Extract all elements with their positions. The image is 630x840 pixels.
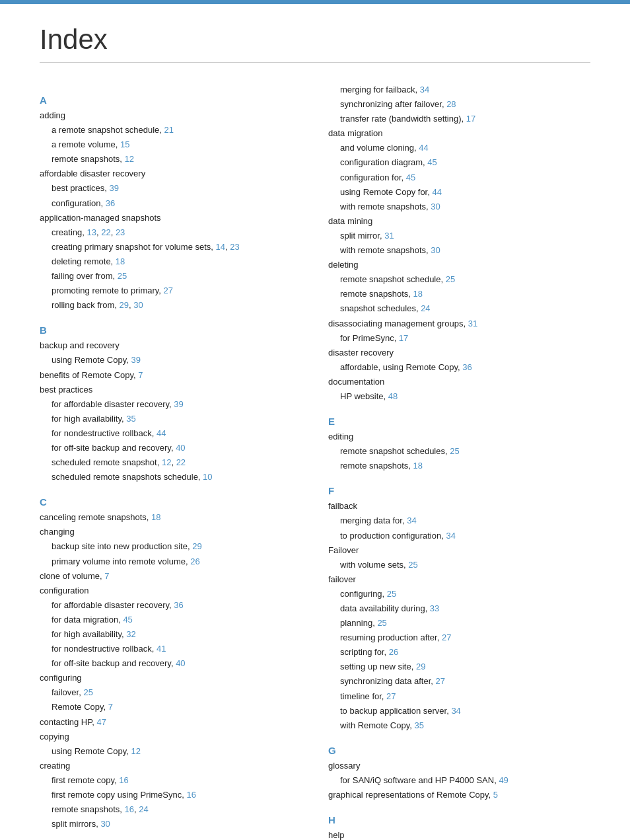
index-entry: configuration for, 45 bbox=[328, 171, 590, 185]
page-ref: 12 bbox=[131, 746, 140, 756]
page-ref: 44 bbox=[419, 143, 428, 153]
index-entry: failover, 25 bbox=[40, 685, 302, 700]
page-ref: 7 bbox=[108, 702, 113, 712]
index-entry: Failover bbox=[328, 543, 590, 558]
index-entry: using Remote Copy, 39 bbox=[40, 353, 302, 367]
index-entry: copying bbox=[40, 730, 302, 744]
index-entry: for affordable disaster recovery, 39 bbox=[40, 397, 302, 412]
index-entry: resuming production after, 27 bbox=[328, 630, 590, 645]
page-ref: 45 bbox=[427, 157, 437, 167]
page-ref: 22 bbox=[176, 457, 186, 467]
page-ref: 45 bbox=[123, 615, 132, 625]
index-entry: scheduled remote snapshot, 12, 22 bbox=[40, 455, 302, 470]
index-entry: configuring bbox=[40, 671, 302, 685]
page-ref: 39 bbox=[174, 399, 183, 409]
index-entry: for PrimeSync, 17 bbox=[328, 331, 590, 346]
index-entry: remote snapshot schedules, 25 bbox=[328, 444, 590, 459]
index-entry: affordable disaster recovery bbox=[40, 167, 302, 181]
index-entry: documentation bbox=[328, 375, 590, 389]
page-ref: 7 bbox=[104, 571, 109, 581]
index-entry: adding bbox=[40, 108, 302, 123]
index-entry: best practices bbox=[40, 383, 302, 397]
section-letter-b: B bbox=[40, 325, 302, 336]
index-entry: best practices, 39 bbox=[40, 181, 302, 196]
page-ref: 7 bbox=[138, 370, 143, 380]
index-entry: using Remote Copy for, 44 bbox=[328, 185, 590, 200]
page-ref: 36 bbox=[106, 198, 115, 208]
index-entry: data availability during, 33 bbox=[328, 601, 590, 616]
page-ref: 35 bbox=[126, 414, 135, 424]
index-entry: data mining bbox=[328, 214, 590, 229]
page-ref: 25 bbox=[408, 560, 417, 570]
index-entry: scripting for, 26 bbox=[328, 645, 590, 660]
page-ref: 29 bbox=[192, 541, 201, 551]
index-entry: affordable, using Remote Copy, 36 bbox=[328, 360, 590, 375]
page-ref: 17 bbox=[466, 114, 475, 124]
index-entry: configuration bbox=[40, 584, 302, 598]
page-ref: 34 bbox=[420, 85, 429, 95]
index-entry: failing over from, 25 bbox=[40, 269, 302, 284]
page-ref: 23 bbox=[116, 227, 125, 237]
index-entry: disassociating management groups, 31 bbox=[328, 317, 590, 331]
page-ref: 34 bbox=[407, 515, 416, 525]
index-entry: configuring, 25 bbox=[328, 587, 590, 601]
index-entry: backup site into new production site, 29 bbox=[40, 539, 302, 554]
index-entry: deleting remote, 18 bbox=[40, 254, 302, 269]
index-entry: remote snapshots, 16, 24 bbox=[40, 802, 302, 817]
index-entry: with remote snapshots, 30 bbox=[328, 243, 590, 258]
index-entry: remote snapshots, 18 bbox=[328, 459, 590, 473]
page-ref: 26 bbox=[389, 647, 398, 657]
page-ref: 31 bbox=[384, 231, 394, 241]
index-entry: help bbox=[328, 828, 590, 840]
index-entry: glossary bbox=[328, 759, 590, 773]
index-entry: data migration bbox=[328, 126, 590, 141]
index-entry: setting up new site, 29 bbox=[328, 660, 590, 674]
page-ref: 24 bbox=[139, 804, 148, 814]
index-entry: clone of volume, 7 bbox=[40, 569, 302, 584]
index-entry: scheduled remote snapshots schedule, 10 bbox=[40, 470, 302, 484]
index-entry: merging data for, 34 bbox=[328, 514, 590, 528]
page-ref: 36 bbox=[462, 362, 472, 372]
index-entry: primary volume into remote volume, 26 bbox=[40, 554, 302, 569]
index-entry: promoting remote to primary, 27 bbox=[40, 284, 302, 298]
index-entry: for high availability, 35 bbox=[40, 412, 302, 426]
page-ref: 30 bbox=[133, 300, 143, 310]
index-entry: split mirror, 31 bbox=[328, 229, 590, 243]
index-entry: to backup application server, 34 bbox=[328, 704, 590, 718]
page-ref: 30 bbox=[431, 202, 440, 211]
index-entry: merging for failback, 34 bbox=[328, 83, 590, 97]
left-column: Aaddinga remote snapshot schedule, 21a r… bbox=[40, 83, 302, 840]
page-ref: 21 bbox=[164, 125, 174, 135]
section-letter-a: A bbox=[40, 95, 302, 106]
index-entry: changing bbox=[40, 525, 302, 539]
page-container: Index Aaddinga remote snapshot schedule,… bbox=[0, 4, 630, 840]
index-entry: for data migration, 45 bbox=[40, 613, 302, 627]
index-entry: for nondestructive rollback, 41 bbox=[40, 642, 302, 656]
index-entry: benefits of Remote Copy, 7 bbox=[40, 368, 302, 383]
index-entry: configuration, 36 bbox=[40, 196, 302, 211]
index-entry: contacting HP, 47 bbox=[40, 715, 302, 730]
index-entry: backup and recovery bbox=[40, 338, 302, 353]
page-ref: 27 bbox=[442, 632, 451, 642]
index-entry: timeline for, 27 bbox=[328, 689, 590, 704]
index-entry: for off-site backup and recovery, 40 bbox=[40, 441, 302, 455]
index-entry: creating primary snapshot for volume set… bbox=[40, 240, 302, 254]
page-ref: 25 bbox=[446, 274, 455, 284]
index-entry: to production configuration, 34 bbox=[328, 529, 590, 543]
index-entry: with remote snapshots, 30 bbox=[328, 200, 590, 214]
page-ref: 16 bbox=[186, 790, 195, 800]
page-ref: 49 bbox=[499, 775, 508, 785]
index-entry: synchronizing data after, 27 bbox=[328, 674, 590, 689]
page-ref: 40 bbox=[176, 443, 185, 453]
index-entry: Remote Copy, 7 bbox=[40, 700, 302, 714]
page-ref: 13 bbox=[87, 227, 96, 237]
page-ref: 40 bbox=[176, 658, 185, 668]
index-entry: planning, 25 bbox=[328, 616, 590, 630]
page-ref: 30 bbox=[431, 245, 440, 255]
index-entry: application-managed snapshots bbox=[40, 211, 302, 225]
index-entry: synchronizing after failover, 28 bbox=[328, 97, 590, 112]
index-entry: transfer rate (bandwidth setting), 17 bbox=[328, 112, 590, 126]
page-ref: 29 bbox=[120, 300, 129, 310]
page-ref: 29 bbox=[416, 662, 425, 671]
index-entry: configuration diagram, 45 bbox=[328, 155, 590, 170]
